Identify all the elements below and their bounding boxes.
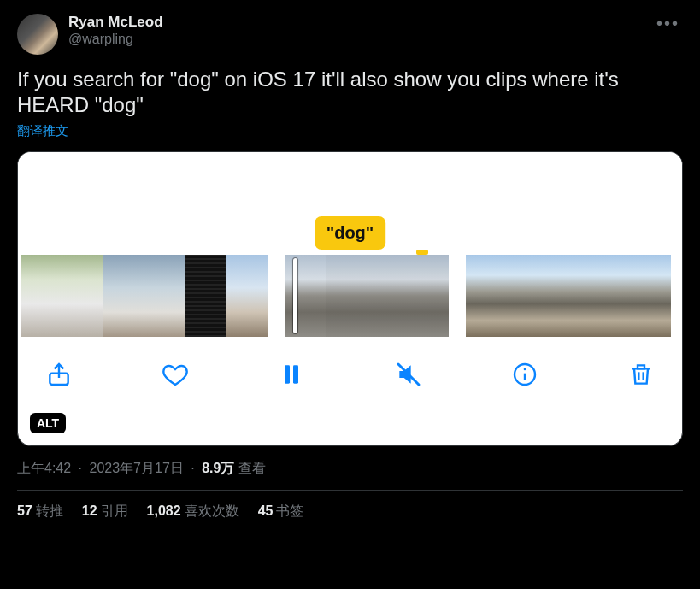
video-thumb bbox=[226, 255, 268, 337]
bookmarks-stat[interactable]: 45书签 bbox=[258, 503, 304, 521]
video-scrubber[interactable] bbox=[18, 255, 682, 337]
media-whitespace: "dog" bbox=[18, 152, 682, 255]
tweet-date[interactable]: 2023年7月17日 bbox=[90, 461, 184, 475]
heart-icon[interactable] bbox=[158, 357, 192, 392]
video-thumb bbox=[21, 255, 62, 337]
media-card[interactable]: "dog" bbox=[17, 151, 683, 446]
search-term-highlight: "dog" bbox=[315, 216, 386, 250]
mute-icon[interactable] bbox=[391, 357, 426, 392]
info-icon[interactable] bbox=[508, 357, 542, 392]
svg-rect-2 bbox=[293, 365, 298, 383]
video-thumb bbox=[507, 255, 548, 337]
pause-icon[interactable] bbox=[274, 357, 309, 392]
svg-rect-1 bbox=[285, 365, 290, 383]
clip-group-1[interactable] bbox=[21, 255, 268, 337]
author-names[interactable]: Ryan McLeod @warpling bbox=[68, 14, 653, 48]
video-thumb bbox=[367, 255, 408, 337]
views-count[interactable]: 8.9万 bbox=[202, 461, 234, 475]
video-thumb bbox=[408, 255, 449, 337]
video-thumb bbox=[630, 255, 671, 337]
retweets-stat[interactable]: 57转推 bbox=[17, 503, 63, 521]
likes-stat[interactable]: 1,082喜欢次数 bbox=[147, 503, 239, 521]
video-thumb bbox=[548, 255, 589, 337]
more-icon[interactable]: ••• bbox=[653, 14, 683, 33]
tweet-stats: 57转推 12引用 1,082喜欢次数 45书签 bbox=[17, 491, 683, 521]
quotes-label: 引用 bbox=[101, 504, 128, 518]
clip-group-3[interactable] bbox=[466, 255, 671, 337]
trash-icon[interactable] bbox=[624, 357, 658, 392]
tweet-meta: 上午4:42 · 2023年7月17日 · 8.9万 查看 bbox=[17, 460, 683, 491]
video-thumb bbox=[62, 255, 103, 337]
username: @warpling bbox=[68, 31, 653, 48]
display-name: Ryan McLeod bbox=[68, 14, 653, 31]
scrubber-playhead[interactable] bbox=[293, 258, 297, 333]
video-thumb bbox=[144, 255, 185, 337]
likes-count: 1,082 bbox=[147, 504, 181, 518]
video-thumb bbox=[185, 255, 226, 337]
tweet-header: Ryan McLeod @warpling ••• bbox=[17, 14, 683, 55]
media-toolbar bbox=[18, 337, 682, 392]
tweet-container: Ryan McLeod @warpling ••• If you search … bbox=[0, 0, 700, 521]
clip-group-2[interactable] bbox=[285, 255, 449, 337]
share-icon[interactable] bbox=[42, 357, 76, 392]
tweet-time[interactable]: 上午4:42 bbox=[17, 461, 71, 475]
tweet-text: If you search for "dog" on iOS 17 it'll … bbox=[17, 67, 683, 118]
video-thumb bbox=[285, 255, 326, 337]
alt-badge[interactable]: ALT bbox=[30, 413, 66, 433]
svg-point-6 bbox=[523, 368, 526, 371]
video-thumb bbox=[103, 255, 144, 337]
retweets-label: 转推 bbox=[36, 504, 63, 518]
video-thumb bbox=[589, 255, 630, 337]
quotes-stat[interactable]: 12引用 bbox=[82, 503, 128, 521]
translate-link[interactable]: 翻译推文 bbox=[17, 123, 683, 139]
quotes-count: 12 bbox=[82, 504, 97, 518]
retweets-count: 57 bbox=[17, 504, 32, 518]
bookmarks-count: 45 bbox=[258, 504, 274, 518]
views-label: 查看 bbox=[238, 461, 266, 475]
avatar[interactable] bbox=[17, 14, 58, 55]
video-thumb bbox=[466, 255, 507, 337]
video-thumb bbox=[326, 255, 367, 337]
bookmarks-label: 书签 bbox=[276, 504, 303, 518]
likes-label: 喜欢次数 bbox=[185, 504, 239, 518]
